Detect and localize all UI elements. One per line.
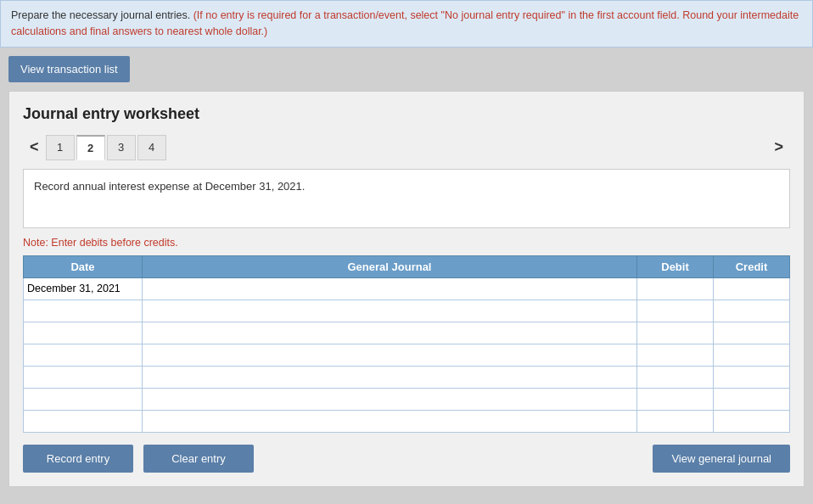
credit-input-7[interactable] [714, 411, 789, 432]
table-row: December 31, 2021 [24, 277, 790, 300]
date-cell-5 [24, 366, 143, 388]
credit-cell-3[interactable] [714, 322, 790, 344]
debit-cell-4[interactable] [637, 344, 714, 366]
table-row [24, 344, 790, 366]
tab-3[interactable]: 3 [107, 135, 136, 160]
credit-input-1[interactable] [714, 278, 789, 300]
table-row [24, 410, 790, 432]
view-general-journal-button[interactable]: View general journal [653, 445, 790, 473]
journal-table: Date General Journal Debit Credit Decemb… [23, 255, 790, 433]
description-text: Record annual interest expense at Decemb… [34, 180, 305, 193]
header-general-journal: General Journal [143, 255, 637, 277]
note-text: Note: Enter debits before credits. [23, 237, 790, 249]
debit-cell-5[interactable] [637, 366, 714, 388]
table-row [24, 366, 790, 388]
credit-cell-2[interactable] [714, 300, 790, 322]
credit-input-5[interactable] [714, 367, 789, 388]
header-date: Date [24, 255, 143, 277]
debit-input-7[interactable] [637, 411, 713, 432]
date-cell-6 [24, 388, 143, 410]
debit-input-4[interactable] [637, 344, 713, 366]
instruction-text: Prepare the necessary journal entries. [11, 9, 193, 21]
debit-input-2[interactable] [637, 300, 713, 322]
table-row [24, 300, 790, 322]
tabs-row: < 1 2 3 4 > [23, 135, 790, 160]
date-cell-1: December 31, 2021 [24, 277, 143, 300]
clear-entry-button[interactable]: Clear entry [143, 445, 254, 473]
credit-input-3[interactable] [714, 322, 789, 344]
prev-tab-button[interactable]: < [23, 138, 46, 156]
description-box: Record annual interest expense at Decemb… [23, 169, 790, 228]
journal-cell-3[interactable] [143, 322, 637, 344]
tab-1[interactable]: 1 [46, 135, 75, 160]
credit-cell-5[interactable] [714, 366, 790, 388]
instruction-bar: Prepare the necessary journal entries. (… [0, 0, 813, 48]
table-row [24, 322, 790, 344]
debit-cell-1[interactable] [637, 277, 714, 300]
journal-input-3[interactable] [143, 322, 636, 344]
header-credit: Credit [714, 255, 790, 277]
journal-input-7[interactable] [143, 411, 636, 432]
record-entry-button[interactable]: Record entry [23, 445, 133, 473]
debit-cell-6[interactable] [637, 388, 714, 410]
debit-cell-7[interactable] [637, 410, 714, 432]
tab-4[interactable]: 4 [137, 135, 166, 160]
tab-2[interactable]: 2 [76, 135, 105, 160]
date-cell-3 [24, 322, 143, 344]
debit-input-3[interactable] [637, 322, 713, 344]
journal-input-6[interactable] [143, 389, 636, 410]
debit-input-6[interactable] [637, 389, 713, 410]
view-transaction-button[interactable]: View transaction list [8, 56, 130, 82]
credit-input-4[interactable] [714, 344, 789, 366]
date-cell-4 [24, 344, 143, 366]
credit-input-2[interactable] [714, 300, 789, 322]
debit-input-5[interactable] [637, 367, 713, 388]
journal-input-5[interactable] [143, 367, 636, 388]
journal-cell-5[interactable] [143, 366, 637, 388]
journal-cell-4[interactable] [143, 344, 637, 366]
credit-input-6[interactable] [714, 389, 789, 410]
journal-cell-6[interactable] [143, 388, 637, 410]
credit-cell-7[interactable] [714, 410, 790, 432]
journal-cell-2[interactable] [143, 300, 637, 322]
table-row [24, 388, 790, 410]
next-tab-button[interactable]: > [767, 138, 790, 156]
debit-input-1[interactable] [637, 278, 713, 300]
journal-input-2[interactable] [143, 300, 636, 322]
buttons-row: Record entry Clear entry View general jo… [23, 445, 790, 473]
credit-cell-6[interactable] [714, 388, 790, 410]
journal-input-4[interactable] [143, 344, 636, 366]
journal-cell-7[interactable] [143, 410, 637, 432]
credit-cell-4[interactable] [714, 344, 790, 366]
debit-cell-2[interactable] [637, 300, 714, 322]
debit-cell-3[interactable] [637, 322, 714, 344]
date-cell-2 [24, 300, 143, 322]
worksheet-title: Journal entry worksheet [23, 105, 790, 123]
header-debit: Debit [637, 255, 714, 277]
worksheet-container: Journal entry worksheet < 1 2 3 4 > Reco… [8, 91, 805, 487]
credit-cell-1[interactable] [714, 277, 790, 300]
journal-input-1[interactable] [143, 278, 636, 300]
date-cell-7 [24, 410, 143, 432]
journal-cell-1[interactable] [143, 277, 637, 300]
